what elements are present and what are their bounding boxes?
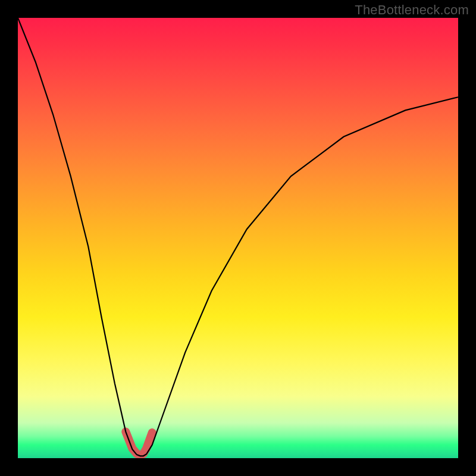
plot-area xyxy=(18,18,458,458)
chart-frame: TheBottleneck.com xyxy=(0,0,476,476)
watermark-text: TheBottleneck.com xyxy=(355,2,469,18)
bottleneck-curve-path xyxy=(18,18,458,456)
curve-svg xyxy=(18,18,458,458)
